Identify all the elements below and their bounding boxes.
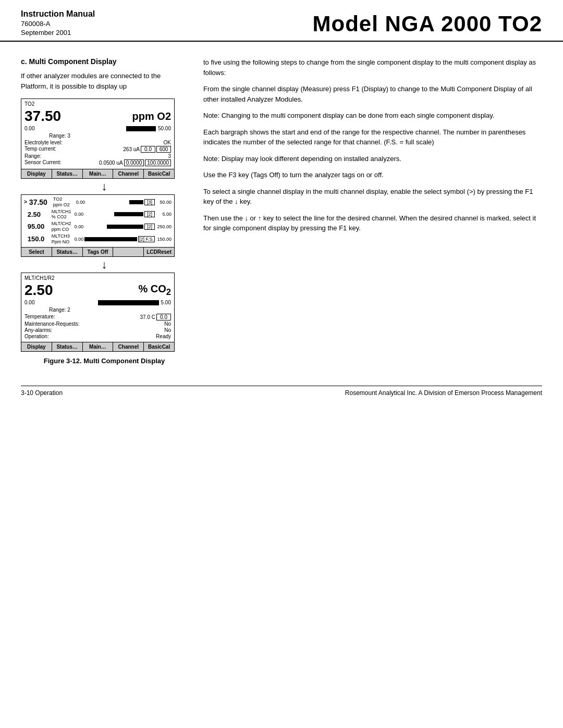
- right-para9: Then use the ↓ or ↑ key to select the li…: [203, 213, 542, 233]
- display3-range-right: 5.00: [161, 300, 171, 305]
- display1-row2-prefix: 263 uA: [123, 146, 140, 152]
- display1-info-row1: Electrolyte level: OK: [25, 140, 171, 145]
- mcd-bar2-start: 0.00: [75, 212, 84, 217]
- mcd-bar3-end: 250.00: [156, 224, 172, 229]
- mcd-barrow2: 0.00 [2] 5.00: [75, 211, 172, 217]
- display2-fn1[interactable]: Select: [21, 248, 52, 256]
- right-para8: To select a single channel display in th…: [203, 187, 542, 207]
- display2-fn5[interactable]: LCDReset: [144, 248, 174, 256]
- page-header: Instruction Manual 760008-A September 20…: [0, 0, 563, 42]
- display1-range-left: 0.00: [25, 126, 34, 131]
- display1-info-row3: Range: 3: [25, 153, 171, 159]
- display1-fn5[interactable]: BasicCal: [144, 169, 174, 178]
- mcd-bar1: 0.00 [3] 50.00: [76, 199, 172, 205]
- display3-row2-value: No: [164, 321, 171, 327]
- figure-caption: Figure 3-12. Multi Component Display: [21, 357, 188, 365]
- mcd-bar1-start: 0.00: [76, 200, 85, 205]
- mcd-bar3: 0.00 [2] 250.00: [75, 224, 172, 230]
- display3-fn5[interactable]: BasicCal: [144, 342, 174, 351]
- display3-fn3[interactable]: Main…: [83, 342, 114, 351]
- display1-row4-values: 0.0500 uA 0.0000 100.0000: [99, 159, 171, 166]
- display2-fn2[interactable]: Status…: [52, 248, 83, 256]
- display3-inner: MLT/CH1/R2 2.50 % CO2 0.00 5.00 Range: 2: [21, 273, 174, 342]
- display3-row4-label: Operation:: [25, 334, 49, 339]
- mcd-bar1-range: [3]: [144, 199, 155, 205]
- mcd-bar4-range: [2] F.S.: [138, 236, 155, 242]
- display3-big-value: 2.50: [25, 282, 53, 299]
- mcd-barrow3: 0.00 [2] 250.00: [75, 224, 172, 230]
- display1-info-row4: Sensor Current: 0.0500 uA 0.0000 100.000…: [25, 159, 171, 166]
- mcd-barrow1: 0.00 [3] 50.00: [76, 199, 172, 205]
- part-number: 760008-A: [21, 20, 95, 28]
- display3-info-row2: Maintenance-Requests: No: [25, 321, 171, 327]
- mcd-bar2-outer: [84, 212, 143, 216]
- footer-left: 3-10 Operation: [21, 389, 63, 397]
- mcd-bar4-end: 150.00: [156, 237, 172, 242]
- display1-fn3[interactable]: Main…: [83, 169, 114, 178]
- display1-fn4[interactable]: Channel: [113, 169, 144, 178]
- display2-fn3[interactable]: Tags Off: [83, 248, 114, 256]
- mcd-unit2: MLT/CH1 % CO2: [52, 209, 72, 220]
- section-heading: c. Multi Component Display: [21, 57, 188, 66]
- display3-fn1[interactable]: Display: [21, 342, 52, 351]
- mcd-select1: >: [24, 199, 27, 205]
- header-left: Instruction Manual 760008-A September 20…: [21, 9, 95, 36]
- display1-bar: [36, 126, 156, 131]
- display1-fn1[interactable]: Display: [21, 169, 52, 178]
- mcd-row2: 2.50 MLT/CH1 % CO2 0.00 [2] 5.00: [24, 209, 172, 220]
- display2-fn-buttons: Select Status… Tags Off LCDReset: [21, 247, 174, 256]
- right-column: to five using the following steps to cha…: [203, 57, 542, 375]
- page-footer: 3-10 Operation Rosemount Analytical Inc.…: [21, 386, 542, 400]
- display1-range-row: 0.00 50.00: [25, 126, 171, 131]
- right-para3: From the single channel display (Measure…: [203, 84, 542, 104]
- left-column: c. Multi Component Display If other anal…: [21, 57, 188, 375]
- mcd-bar1-end: 50.00: [156, 200, 172, 205]
- footer-right: Rosemount Analytical Inc. A Division of …: [345, 389, 542, 397]
- display1-range-label-row: Range: 3: [25, 133, 171, 139]
- model-title: Model NGA 2000 TO2: [313, 11, 542, 36]
- arrow1: ↓: [21, 181, 188, 192]
- mcd-val1: 37.50: [29, 198, 51, 206]
- right-para6: Note: Display may look different dependi…: [203, 154, 542, 164]
- right-para7: Use the F3 key (Tags Off) to turn the an…: [203, 170, 542, 180]
- right-para5: Each bargraph shows the start and end of…: [203, 127, 542, 147]
- mcd-val4: 150.0: [28, 235, 50, 243]
- arrow2: ↓: [21, 259, 188, 270]
- date: September 2001: [21, 29, 95, 36]
- display3-row1-label: Temperature:: [25, 314, 55, 320]
- mcd-bar2-end: 5.00: [156, 212, 172, 217]
- mcd-bar1-outer: [86, 200, 143, 204]
- display2-fn4: [113, 248, 144, 256]
- mcd-bar3-start: 0.00: [75, 224, 84, 229]
- mcd-val3: 95.00: [28, 223, 50, 230]
- display1-row4-box2: 100.0000: [145, 159, 171, 166]
- display3-row4-value: Ready: [156, 334, 171, 339]
- display1-row2-label: Temp current:: [25, 146, 56, 153]
- mcd-bar3-range: [2]: [144, 224, 155, 230]
- display1-fn-buttons: Display Status… Main… Channel BasicCal: [21, 169, 174, 178]
- display1-row2-values: 263 uA 0.0 600: [123, 146, 171, 153]
- mcd-unit4: MLTCH3 Ppm NO: [52, 233, 72, 245]
- display1-fn2[interactable]: Status…: [52, 169, 83, 178]
- mcd-bar2: 0.00 [2] 5.00: [75, 211, 172, 217]
- display3-label: MLT/CH1/R2: [25, 275, 171, 281]
- section-para1: If other analyzer modules are connected …: [21, 71, 188, 91]
- display1-big-value: 37.50: [25, 108, 61, 125]
- mcd-bar3-outer: [84, 225, 143, 229]
- display1-big-unit: ppm O2: [132, 110, 171, 122]
- display1-row2-box2: 600: [156, 146, 171, 153]
- display3-fn2[interactable]: Status…: [52, 342, 83, 351]
- header-right: Model NGA 2000 TO2: [313, 11, 542, 36]
- display1-row4-label: Sensor Current:: [25, 159, 62, 166]
- manual-title: Instruction Manual: [21, 9, 95, 19]
- mcd-bar4-outer: [84, 237, 137, 241]
- mcd-row4: 150.0 MLTCH3 Ppm NO 0.00 [2] F.S. 150.00: [24, 233, 172, 245]
- display1-value-row: 37.50 ppm O2: [25, 108, 171, 125]
- display1-row2-box1: 0.0: [141, 146, 155, 153]
- mcd-bar4: 0.00 [2] F.S. 150.00: [75, 236, 172, 242]
- display3-fn4[interactable]: Channel: [113, 342, 144, 351]
- display3-range-label: Range: 2: [49, 307, 70, 313]
- display3-value-row: 2.50 % CO2: [25, 282, 171, 299]
- display1-device: TO2 37.50 ppm O2 0.00 50.00 Range: 3: [21, 98, 175, 179]
- right-para2: to five using the following steps to cha…: [203, 57, 542, 78]
